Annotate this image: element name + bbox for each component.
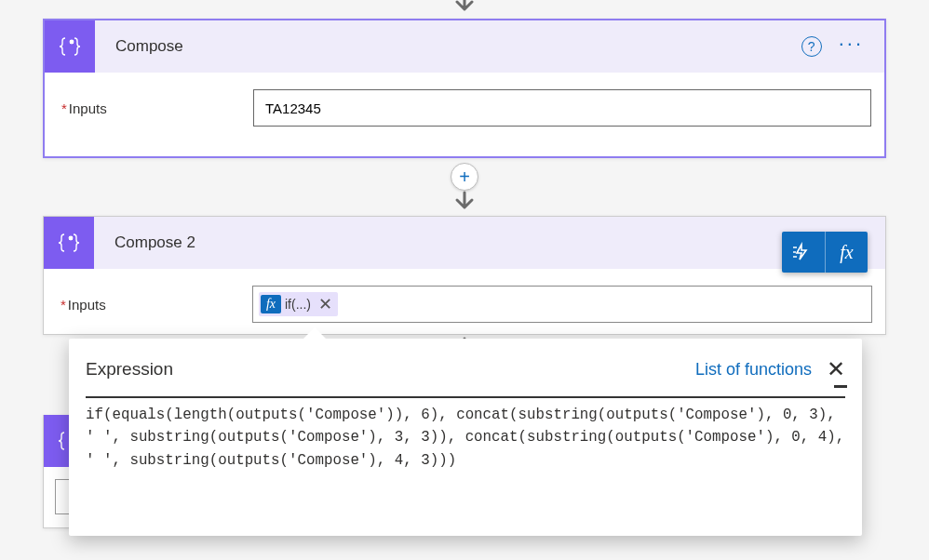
expression-editor-panel: Expression List of functions ✕ if(equals… bbox=[69, 339, 862, 536]
compose2-header[interactable]: Compose 2 bbox=[44, 217, 885, 269]
expression-textarea[interactable]: if(equals(length(outputs('Compose')), 6)… bbox=[86, 396, 845, 508]
fx-icon: fx bbox=[261, 295, 281, 313]
expression-token-label: if(...) bbox=[285, 297, 311, 312]
compose-icon bbox=[45, 20, 95, 73]
help-icon[interactable]: ? bbox=[801, 36, 822, 57]
more-menu-icon[interactable]: ··· bbox=[839, 38, 864, 56]
inputs-label: *Inputs bbox=[57, 297, 234, 313]
fx-icon: fx bbox=[840, 242, 853, 263]
compose2-title: Compose 2 bbox=[94, 233, 885, 252]
compose2-inputs-field[interactable]: fx if(...) ✕ bbox=[252, 286, 872, 323]
compose-title: Compose bbox=[95, 37, 801, 56]
close-icon[interactable]: ✕ bbox=[827, 358, 845, 380]
compose-inputs-field[interactable] bbox=[253, 89, 871, 127]
add-step-button[interactable]: + bbox=[451, 163, 478, 191]
dynamic-content-toolstrip: fx bbox=[782, 232, 868, 273]
inputs-label: *Inputs bbox=[58, 100, 235, 116]
compose2-action-card[interactable]: Compose 2 *Inputs fx if(...) ✕ bbox=[43, 216, 886, 335]
compose-action-card[interactable]: Compose ? ··· *Inputs bbox=[43, 19, 886, 158]
required-indicator: * bbox=[61, 297, 66, 313]
list-of-functions-link[interactable]: List of functions bbox=[695, 360, 812, 380]
expression-panel-title: Expression bbox=[86, 359, 695, 380]
expression-token[interactable]: fx if(...) ✕ bbox=[259, 292, 338, 316]
required-indicator: * bbox=[61, 100, 67, 116]
remove-token-icon[interactable]: ✕ bbox=[318, 294, 332, 314]
connector-arrow-icon bbox=[0, 0, 929, 15]
compose-icon bbox=[44, 217, 94, 269]
expression-button[interactable]: fx bbox=[825, 232, 868, 273]
dynamic-content-button[interactable] bbox=[782, 232, 825, 273]
compose-header[interactable]: Compose ? ··· bbox=[45, 20, 884, 73]
connector-arrow-icon bbox=[451, 191, 478, 216]
